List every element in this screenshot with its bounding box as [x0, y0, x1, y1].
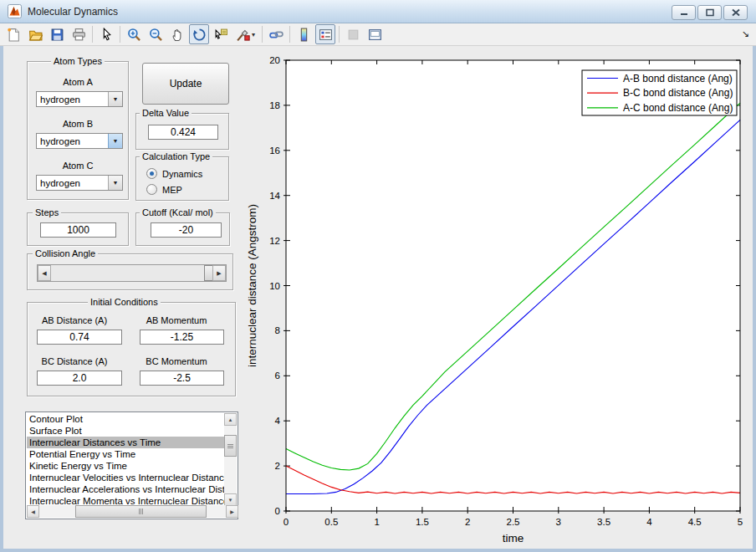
open-file-button[interactable]: [25, 24, 45, 44]
y-tick-label: 14: [269, 191, 280, 201]
insert-colorbar-button[interactable]: [294, 24, 314, 44]
atom-c-label: Atom C: [28, 161, 128, 171]
link-plot-icon: [269, 28, 284, 42]
dock-figure-icon[interactable]: ↘: [742, 28, 749, 39]
list-item[interactable]: Internuclear Distances vs Time: [27, 437, 224, 448]
zoom-out-button[interactable]: [146, 24, 166, 44]
mep-radio-label: MEP: [162, 185, 182, 195]
atom-b-dropdown[interactable]: hydrogen ▼: [36, 133, 123, 149]
zoom-in-icon: [127, 28, 141, 42]
mep-radio[interactable]: [146, 184, 157, 195]
initial-conditions-panel: Initial Conditions AB Distance (A) AB Mo…: [27, 302, 236, 396]
atom-c-dropdown[interactable]: hydrogen ▼: [36, 175, 123, 191]
data-cursor-icon: [214, 28, 228, 42]
list-item[interactable]: Contour Plot: [27, 413, 224, 425]
print-figure-icon: [72, 28, 86, 42]
link-plot-button[interactable]: [266, 24, 286, 44]
save-figure-icon: [50, 28, 64, 42]
chevron-down-icon[interactable]: ▼: [108, 92, 122, 106]
dynamics-radio[interactable]: [146, 168, 157, 179]
pan-button[interactable]: [167, 24, 187, 44]
scroll-up-icon[interactable]: ▲: [224, 413, 237, 426]
panel-title: Delta Value: [140, 108, 192, 118]
steps-field[interactable]: 1000: [40, 222, 116, 238]
toolbar-separator: [289, 26, 290, 43]
bc-distance-field[interactable]: 2.0: [37, 371, 122, 386]
ab-distance-field[interactable]: 0.74: [37, 330, 122, 345]
scroll-down-icon[interactable]: ▼: [224, 493, 237, 506]
show-plot-tools-button[interactable]: [365, 24, 385, 44]
hide-plot-tools-button: [343, 24, 363, 44]
list-item[interactable]: Internuclear Accelerations vs Internucle…: [27, 483, 224, 495]
maximize-button[interactable]: [697, 5, 722, 20]
collision-angle-panel: Collision Angle ◀ ▶: [27, 253, 233, 290]
x-tick-label: 4: [646, 517, 652, 527]
hide-plot-tools-icon: [346, 28, 360, 42]
rotate-3d-button[interactable]: [189, 24, 209, 44]
brush-data-dropdown-caret[interactable]: ▾: [252, 31, 259, 38]
atom-c-value: hydrogen: [40, 178, 80, 188]
x-tick-label: 2: [465, 517, 470, 527]
y-tick-label: 20: [269, 55, 280, 65]
legend-label: A-C bond distance (Ang): [623, 102, 733, 114]
toolbar-separator: [120, 26, 120, 43]
slider-right-arrow-icon[interactable]: ▶: [212, 265, 226, 281]
scroll-right-icon[interactable]: ▶: [226, 505, 238, 518]
y-axis-label: internuclear distance (Angstrom): [246, 204, 258, 367]
y-tick-label: 2: [275, 461, 280, 471]
cutoff-field[interactable]: -20: [151, 222, 222, 238]
chevron-down-icon[interactable]: ▼: [108, 176, 122, 190]
y-tick-label: 6: [275, 371, 280, 381]
y-tick-label: 12: [269, 236, 280, 246]
figure-toolbar: ▾: [0, 23, 756, 46]
list-item[interactable]: Kinetic Energy vs Time: [27, 460, 224, 472]
save-figure-button[interactable]: [47, 24, 67, 44]
window-title: Molecular Dynamics: [28, 6, 118, 18]
data-cursor-button[interactable]: [211, 24, 231, 44]
brush-data-button[interactable]: [232, 24, 253, 44]
chevron-down-icon[interactable]: ▼: [108, 134, 122, 148]
minimize-button[interactable]: [672, 5, 696, 20]
legend[interactable]: A-B bond distance (Ang)B-C bond distance…: [582, 70, 737, 115]
open-file-icon: [28, 28, 43, 42]
plot-type-listbox[interactable]: Contour PlotSurface PlotInternuclear Dis…: [25, 411, 238, 519]
atom-a-label: Atom A: [28, 77, 128, 87]
vertical-scrollbar[interactable]: ▲ ▼: [224, 413, 237, 506]
legend-label: B-C bond distance (Ang): [623, 87, 733, 99]
update-button[interactable]: Update: [142, 63, 229, 105]
edit-cursor-button[interactable]: [96, 24, 116, 44]
panel-title: Atom Types: [51, 56, 105, 66]
list-item[interactable]: Internuclear Velocities vs Internuclear …: [27, 472, 224, 483]
delta-value-field[interactable]: 0.424: [148, 125, 218, 140]
panel-title: Steps: [33, 207, 61, 217]
print-figure-button[interactable]: [69, 24, 89, 44]
zoom-in-button[interactable]: [124, 24, 144, 44]
scroll-left-icon[interactable]: ◀: [27, 505, 39, 518]
new-figure-button[interactable]: [3, 24, 23, 44]
slider-left-arrow-icon[interactable]: ◀: [38, 265, 51, 281]
atom-b-label: Atom B: [28, 119, 128, 129]
close-button[interactable]: [723, 5, 748, 20]
x-tick-label: 1: [374, 517, 379, 527]
collision-angle-slider[interactable]: ◀ ▶: [37, 264, 227, 282]
list-item[interactable]: Potential Energy vs Time: [27, 448, 224, 460]
delta-value-panel: Delta Value 0.424: [135, 113, 229, 150]
dynamics-radio-label: Dynamics: [162, 169, 202, 179]
horizontal-scroll-thumb[interactable]: [75, 505, 207, 518]
vertical-scroll-thumb[interactable]: [224, 435, 237, 457]
x-tick-label: 0: [284, 517, 289, 527]
title-bar[interactable]: Molecular Dynamics: [0, 0, 756, 23]
minimize-icon: [679, 8, 689, 17]
list-item[interactable]: Surface Plot: [27, 425, 224, 437]
steps-panel: Steps 1000: [27, 212, 129, 246]
pan-icon: [171, 28, 185, 42]
bc-momentum-field[interactable]: -2.5: [140, 371, 224, 386]
insert-legend-button[interactable]: [315, 24, 335, 44]
calculation-type-panel: Calculation Type Dynamics MEP: [135, 156, 229, 201]
atom-a-dropdown[interactable]: hydrogen ▼: [36, 91, 123, 107]
ab-momentum-field[interactable]: -1.25: [140, 330, 224, 345]
cutoff-panel: Cutoff (Kcal/ mol) -20: [135, 212, 230, 246]
horizontal-scrollbar[interactable]: ◀ ▶: [27, 505, 238, 518]
x-tick-label: 1.5: [416, 517, 429, 527]
plot-area[interactable]: 00.511.522.533.544.5502468101214161820ti…: [243, 46, 753, 549]
